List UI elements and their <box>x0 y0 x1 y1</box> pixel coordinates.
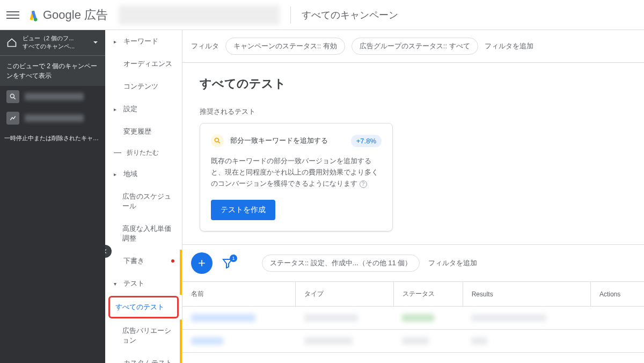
col-type[interactable]: タイプ <box>296 282 394 307</box>
nav-drafts[interactable]: 下書き <box>105 250 182 272</box>
chevron-left-icon <box>105 248 109 255</box>
secondary-nav: ▸ キーワード オーディエンス コンテンツ ▸ 設定 変更履歴 折りたたむ ▸ … <box>105 30 182 363</box>
add-filter[interactable]: フィルタを追加 <box>485 41 533 51</box>
view-info-text: このビューで 2 個のキャンペーンをすべて表示 <box>0 55 105 86</box>
filter-chip-campaign-status[interactable]: キャンペーンのステータス:: 有効 <box>225 38 345 55</box>
nav-content[interactable]: コンテンツ <box>105 75 182 98</box>
nav-location[interactable]: ▸ 地域 <box>105 163 182 185</box>
view-selector[interactable]: ビュー（2 個のフ... すべてのキャンペ... <box>0 30 105 55</box>
nav-ad-schedule[interactable]: 広告のスケジュール <box>105 185 182 217</box>
card-metric: +7.8% <box>351 135 382 147</box>
add-button[interactable] <box>191 252 213 274</box>
hamburger-menu-icon[interactable] <box>6 9 19 21</box>
notification-dot <box>171 259 174 263</box>
chart-icon <box>6 112 19 125</box>
accent-bar <box>180 250 182 272</box>
accent-bar <box>180 272 182 295</box>
filter-icon-button[interactable]: 1 <box>221 257 234 270</box>
nav-ad-variation[interactable]: 広告バリエーション <box>105 320 182 352</box>
collapse-section[interactable]: 折りたたむ <box>105 143 182 163</box>
caret-down-icon: ▾ <box>114 281 119 287</box>
page-title: すべてのテスト <box>200 76 627 92</box>
divider <box>290 6 291 24</box>
search-icon <box>211 134 224 147</box>
section-title: 推奨されるテスト <box>200 107 627 117</box>
accent-bar <box>180 352 182 363</box>
caret-right-icon: ▸ <box>114 39 119 45</box>
filter-bar: フィルタ キャンペーンのステータス:: 有効 広告グループのステータス:: すべ… <box>182 30 644 63</box>
card-title: 部分一致キーワードを追加する <box>230 136 328 146</box>
tests-table: 名前 タイプ ステータス Results Actions <box>182 281 644 353</box>
plus-icon <box>196 258 207 268</box>
col-name[interactable]: 名前 <box>182 282 296 307</box>
campaign-name-redacted <box>25 93 84 100</box>
svg-point-0 <box>34 18 38 21</box>
filter-label: フィルタ <box>191 41 219 51</box>
campaign-name-redacted <box>25 114 84 122</box>
top-header: Google 広告 すべてのキャンペーン <box>0 0 644 30</box>
help-icon[interactable]: ? <box>360 180 367 188</box>
nav-bid-adj[interactable]: 高度な入札単価調整 <box>105 217 182 250</box>
google-ads-logo[interactable]: Google 広告 <box>28 7 108 23</box>
google-ads-logo-icon <box>28 9 39 21</box>
view-line2: すべてのキャンペ... <box>23 42 87 50</box>
nav-change-history[interactable]: 変更履歴 <box>105 120 182 143</box>
primary-sidebar: ビュー（2 個のフ... すべてのキャンペ... このビューで 2 個のキャンペ… <box>0 30 105 363</box>
chevron-down-icon <box>92 39 99 46</box>
home-icon <box>6 37 17 48</box>
col-actions[interactable]: Actions <box>590 282 644 307</box>
main-content: フィルタ キャンペーンのステータス:: 有効 広告グループのステータス:: すべ… <box>182 30 644 363</box>
status-filter-chip[interactable]: ステータス:: 設定、作成中...（その他 11 個） <box>262 255 420 272</box>
nav-tests[interactable]: ▾ テスト <box>105 272 182 295</box>
recommendation-card: 部分一致キーワードを追加する +7.8% 既存のキーワードの部分一致バージョンを… <box>200 123 393 231</box>
campaign-item-1[interactable] <box>0 86 105 107</box>
table-row[interactable] <box>182 330 644 353</box>
accent-bar <box>180 320 182 352</box>
nav-all-tests[interactable]: すべてのテスト <box>108 296 179 318</box>
product-name: Google 広告 <box>43 7 108 23</box>
caret-right-icon: ▸ <box>114 171 119 177</box>
nav-keywords[interactable]: ▸ キーワード <box>105 30 182 53</box>
nav-custom-test[interactable]: カスタムテスト <box>105 352 182 363</box>
view-line1: ビュー（2 個のフ... <box>23 34 87 42</box>
header-breadcrumb: すべてのキャンペーン <box>302 9 398 21</box>
filter-chip-adgroup-status[interactable]: 広告グループのステータス:: すべて <box>352 38 478 55</box>
col-status[interactable]: ステータス <box>393 282 463 307</box>
table-toolbar: 1 ステータス:: 設定、作成中...（その他 11 個） フィルタを追加 <box>182 244 644 281</box>
nav-settings[interactable]: ▸ 設定 <box>105 98 182 120</box>
col-results[interactable]: Results <box>463 282 590 307</box>
table-row[interactable] <box>182 307 644 330</box>
campaign-item-2[interactable] <box>0 107 105 129</box>
account-selector-redacted[interactable] <box>119 5 280 25</box>
filter-count-badge: 1 <box>230 255 237 262</box>
nav-audience[interactable]: オーディエンス <box>105 53 182 75</box>
add-filter-toolbar[interactable]: フィルタを追加 <box>428 258 477 268</box>
create-test-button[interactable]: テストを作成 <box>211 200 275 220</box>
svg-point-2 <box>215 138 218 142</box>
search-icon <box>6 90 19 103</box>
caret-right-icon: ▸ <box>114 106 119 112</box>
paused-campaigns-label[interactable]: 一時停止中または削除されたキャンペーン <box>0 129 105 148</box>
svg-point-1 <box>10 94 14 98</box>
card-description: 既存のキーワードの部分一致バージョンを追加すると、現在と同程度かそれ以上の費用対… <box>211 156 382 189</box>
